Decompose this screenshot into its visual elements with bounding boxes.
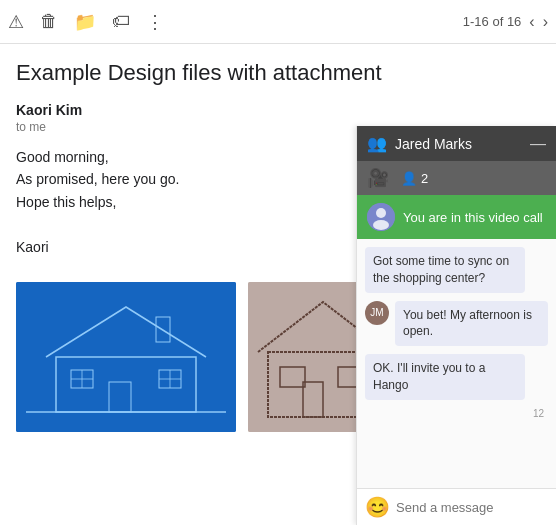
chat-header: 👥 Jared Marks — xyxy=(357,126,556,161)
pagination-label: 1-16 of 16 xyxy=(463,14,522,29)
message-timestamp-row: 12 xyxy=(365,408,548,419)
video-call-banner: You are in this video call xyxy=(357,195,556,239)
chat-input[interactable] xyxy=(396,500,556,515)
chat-panel: 👥 Jared Marks — 🎥 👤 2 You are in this vi… xyxy=(356,126,556,525)
list-item: OK. I'll invite you to a Hango xyxy=(365,354,525,400)
chat-toolbar: 🎥 👤 2 xyxy=(357,161,556,195)
chat-input-area[interactable]: 😊 xyxy=(357,488,556,525)
message-timestamp: 12 xyxy=(533,408,544,419)
alert-icon[interactable]: ⚠ xyxy=(8,11,24,33)
toolbar-icons: ⚠ 🗑 📁 🏷 ⋮ xyxy=(8,11,463,33)
toolbar: ⚠ 🗑 📁 🏷 ⋮ 1-16 of 16 ‹ › xyxy=(0,0,556,44)
trash-icon[interactable]: 🗑 xyxy=(40,11,58,32)
video-call-text: You are in this video call xyxy=(403,210,543,225)
svg-point-24 xyxy=(376,208,386,218)
email-sender: Kaori Kim xyxy=(16,102,540,118)
email-subject: Example Design files with attachment xyxy=(16,60,540,86)
participants-badge: 👤 2 xyxy=(401,171,428,186)
more-icon[interactable]: ⋮ xyxy=(146,11,164,33)
user-avatar xyxy=(367,203,395,231)
blueprint-image xyxy=(16,282,236,432)
chat-header-title: Jared Marks xyxy=(395,136,472,152)
message-avatar: JM xyxy=(365,301,389,325)
list-item: JM You bet! My afternoon is open. xyxy=(365,301,548,347)
next-page-button[interactable]: › xyxy=(543,13,548,31)
person-icon: 👤 xyxy=(401,171,417,186)
participants-count: 2 xyxy=(421,171,428,186)
label-icon[interactable]: 🏷 xyxy=(112,11,130,32)
emoji-icon[interactable]: 😊 xyxy=(365,495,390,519)
chat-messages: Got some time to sync on the shopping ce… xyxy=(357,239,556,488)
folder-move-icon[interactable]: 📁 xyxy=(74,11,96,33)
video-icon[interactable]: 🎥 xyxy=(367,167,389,189)
group-icon: 👥 xyxy=(367,134,387,153)
svg-point-25 xyxy=(373,220,389,230)
chat-header-actions: — xyxy=(530,135,546,153)
minimize-button[interactable]: — xyxy=(530,135,546,153)
list-item: Got some time to sync on the shopping ce… xyxy=(365,247,525,293)
toolbar-right: 1-16 of 16 ‹ › xyxy=(463,13,548,31)
prev-page-button[interactable]: ‹ xyxy=(529,13,534,31)
